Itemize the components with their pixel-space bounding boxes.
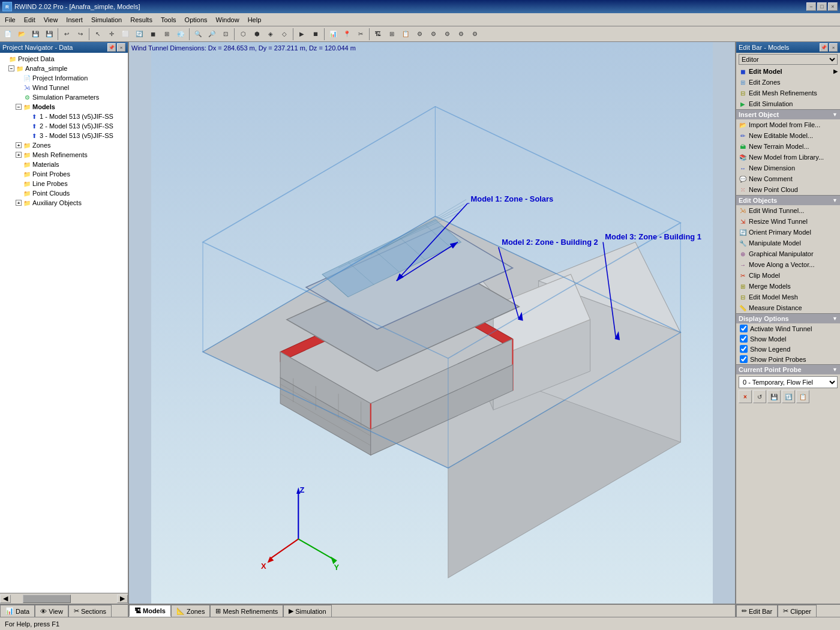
tb-show-model[interactable]: 🏗 [371,28,385,41]
edit-objects-header[interactable]: Edit Objects ▼ [736,195,840,205]
probe-update-button[interactable]: 🔃 [782,390,795,403]
edit-wind-tunnel-item[interactable]: 🌬 Edit Wind Tunnel... [736,205,840,216]
tree-toggle-mesh[interactable]: + [16,152,22,158]
right-panel-close-icon[interactable]: × [829,43,838,52]
menu-edit[interactable]: Edit [20,14,39,26]
edit-mesh-item[interactable]: ⊟ Edit Mesh Refinements [736,88,840,98]
tb-probe[interactable]: 📍 [340,28,353,41]
menu-insert[interactable]: Insert [62,14,86,26]
tree-item-model2[interactable]: ⬆ 2 - Model 513 (v5)JIF-SS [1,121,127,131]
tree-item-model1[interactable]: ⬆ 1 - Model 513 (v5)JIF-SS [1,112,127,121]
panel-pin-icon[interactable]: 📌 [107,43,116,52]
tree-item-zones[interactable]: + 📁 Zones [1,140,127,150]
edit-model-item[interactable]: ◼ Edit Model ▶ [736,66,840,77]
tb-save2[interactable]: 💾 [43,28,56,41]
tb-more1[interactable]: ⚙ [413,28,426,41]
graphical-manipulator-item[interactable]: ⊕ Graphical Manipulator [736,248,840,259]
measure-distance-item[interactable]: 📏 Measure Distance [736,302,840,313]
tree-item-materials[interactable]: 📁 Materials [1,160,127,169]
tab-mesh-refinements[interactable]: ⊞ Mesh Refinements [210,605,283,617]
tree-item-aux-objects[interactable]: + 📁 Auxiliary Objects [1,198,127,208]
scroll-thumb[interactable] [23,595,71,603]
menu-tools[interactable]: Tools [157,14,180,26]
tab-models[interactable]: 🏗 Models [129,605,171,617]
tb-wind[interactable]: 💨 [174,28,187,41]
tab-clipper[interactable]: ✂ Clipper [778,605,817,617]
probe-delete-button[interactable]: × [739,390,752,403]
tree-toggle-models[interactable]: − [16,104,22,110]
edit-model-mesh-item[interactable]: ⊟ Edit Model Mesh [736,292,840,302]
menu-file[interactable]: File [1,14,19,26]
activate-wind-tunnel-input[interactable] [740,325,748,332]
tb-view-top[interactable]: ⬡ [236,28,250,41]
show-point-probes-checkbox[interactable]: Show Point Probes [736,354,840,364]
tb-box[interactable]: ⬜ [119,28,132,41]
viewport[interactable]: Wind Tunnel Dimensions: Dx = 284.653 m, … [129,42,735,604]
minimize-button[interactable]: − [806,2,816,11]
tb-open[interactable]: 📂 [15,28,28,41]
tb-more4[interactable]: ⚙ [454,28,467,41]
scroll-right-btn[interactable]: ▶ [117,595,128,603]
right-panel-pin-icon[interactable]: 📌 [820,43,828,52]
tb-show-legend[interactable]: 📋 [399,28,412,41]
tab-data[interactable]: 📊 Data [0,605,35,617]
tab-view[interactable]: 👁 View [35,605,68,617]
tree-toggle-anafra[interactable]: − [8,65,14,71]
show-legend-input[interactable] [740,345,748,353]
tb-more5[interactable]: ⚙ [468,28,481,41]
tb-show-mesh[interactable]: ⊞ [385,28,398,41]
insert-object-header[interactable]: Insert Object ▼ [736,109,840,119]
tb-stop[interactable]: ⏹ [309,28,322,41]
probe-select[interactable]: 0 - Temporary, Flow Fiel [739,376,838,388]
tree-scrollbar[interactable]: ◀ ▶ [0,593,128,604]
show-point-probes-input[interactable] [740,355,748,363]
tree-item-point-probes[interactable]: 📁 Point Probes [1,169,127,179]
merge-models-item[interactable]: ⊞ Merge Models [736,281,840,292]
tb-zoom-in[interactable]: 🔍 [191,28,205,41]
edit-zones-item[interactable]: ⊞ Edit Zones [736,77,840,88]
new-terrain-item[interactable]: 🏔 New Terrain Model... [736,141,840,152]
manipulate-model-item[interactable]: 🔧 Manipulate Model [736,238,840,248]
tb-redo[interactable]: ↪ [74,28,87,41]
scroll-left-btn[interactable]: ◀ [0,595,11,603]
close-button[interactable]: × [828,2,838,11]
show-model-checkbox[interactable]: Show Model [736,334,840,344]
tab-zones[interactable]: 📐 Zones [171,605,211,617]
tree-toggle-aux[interactable]: + [16,200,22,206]
tree-item-models[interactable]: − 📁 Models [1,102,127,112]
import-model-item[interactable]: 📂 Import Model from File... [736,119,840,130]
panel-close-icon[interactable]: × [117,43,125,52]
tree-toggle-zones[interactable]: + [16,142,22,148]
tab-simulation[interactable]: ▶ Simulation [283,605,331,617]
probe-save-button[interactable]: 💾 [767,390,781,403]
tree-item-sim-params[interactable]: ⚙ Simulation Parameters [1,92,127,102]
new-comment-item[interactable]: 💬 New Comment [736,173,840,184]
tb-view-right[interactable]: ◈ [264,28,277,41]
menu-help[interactable]: Help [244,14,265,26]
tb-run[interactable]: ▶ [295,28,308,41]
menu-results[interactable]: Results [127,14,156,26]
tb-select[interactable]: ↖ [91,28,104,41]
display-options-header[interactable]: Display Options ▼ [736,313,840,323]
orient-primary-item[interactable]: 🔄 Orient Primary Model [736,227,840,238]
tb-save[interactable]: 💾 [29,28,42,41]
tb-results[interactable]: 📊 [326,28,340,41]
tb-undo[interactable]: ↩ [60,28,73,41]
tb-rotate[interactable]: 🔄 [133,28,146,41]
tab-sections[interactable]: ✂ Sections [68,605,112,617]
tb-cut[interactable]: ✂ [354,28,367,41]
tb-view-front[interactable]: ⬢ [250,28,263,41]
tree-item-line-probes[interactable]: 📁 Line Probes [1,179,127,188]
tree-item-project-data[interactable]: 📁 Project Data [1,54,127,64]
tb-cross[interactable]: ✛ [105,28,118,41]
tb-3d[interactable]: ◼ [146,28,160,41]
show-legend-checkbox[interactable]: Show Legend [736,344,840,354]
current-point-probe-header[interactable]: Current Point Probe ▼ [736,364,840,374]
new-point-cloud-item[interactable]: ⁙ New Point Cloud [736,184,840,195]
editor-dropdown[interactable]: Editor [739,54,838,65]
tree-item-anafra[interactable]: − 📁 Anafra_simple [1,64,127,73]
tb-mesh[interactable]: ⊞ [160,28,173,41]
probe-copy-button[interactable]: 📋 [796,390,809,403]
new-dimension-item[interactable]: ↔ New Dimension [736,163,840,173]
show-model-input[interactable] [740,335,748,343]
